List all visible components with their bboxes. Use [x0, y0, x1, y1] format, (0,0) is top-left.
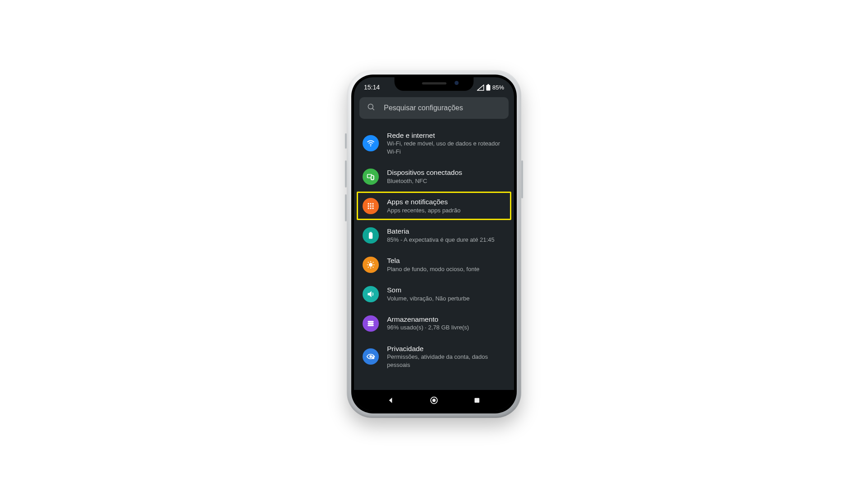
svg-point-10 [372, 203, 373, 204]
settings-item-sound[interactable]: Som Volume, vibração, Não perturbe [357, 280, 511, 308]
svg-line-3 [373, 108, 374, 110]
svg-point-13 [372, 205, 373, 206]
item-sub: 96% usado(s) · 2,78 GB livre(s) [387, 324, 469, 332]
settings-item-apps-notifications[interactable]: Apps e notificações Apps recentes, apps … [357, 192, 511, 220]
svg-point-9 [370, 203, 371, 204]
privacy-eye-lock-icon [363, 348, 379, 365]
settings-item-display[interactable]: Tela Plano de fundo, modo ocioso, fonte [357, 250, 511, 279]
svg-rect-20 [368, 321, 373, 322]
cellular-signal-icon [477, 84, 484, 91]
wifi-icon [363, 135, 379, 151]
android-nav-bar [354, 390, 514, 411]
svg-point-12 [370, 205, 371, 206]
nav-back-button[interactable] [386, 395, 396, 405]
svg-rect-0 [487, 84, 489, 85]
volume-up-button [345, 160, 347, 188]
svg-rect-22 [368, 324, 373, 326]
power-button [521, 160, 523, 198]
battery-icon [363, 227, 379, 244]
svg-point-19 [369, 263, 373, 266]
item-sub: Bluetooth, NFC [387, 177, 462, 185]
item-sub: Plano de fundo, modo ocioso, fonte [387, 265, 480, 273]
volume-down-button [345, 194, 347, 221]
item-title: Dispositivos conectados [387, 168, 462, 177]
item-sub: Volume, vibração, Não perturbe [387, 295, 470, 303]
brightness-icon [363, 257, 379, 273]
item-sub: Permissões, atividade da conta, dados pe… [387, 353, 504, 369]
storage-icon [363, 315, 379, 332]
item-title: Armazenamento [387, 315, 469, 324]
status-bar: 15:14 85% [354, 77, 514, 92]
item-title: Rede e internet [387, 131, 504, 140]
battery-icon [486, 84, 491, 91]
svg-rect-21 [368, 323, 373, 324]
item-title: Som [387, 286, 470, 294]
nav-home-button[interactable] [429, 395, 439, 405]
apps-grid-icon [363, 198, 379, 214]
svg-rect-6 [371, 175, 374, 179]
svg-point-14 [368, 207, 369, 209]
svg-point-15 [370, 207, 371, 209]
svg-rect-1 [486, 85, 490, 91]
search-placeholder: Pesquisar configurações [384, 104, 463, 112]
svg-point-23 [370, 356, 372, 357]
item-title: Bateria [387, 227, 495, 235]
screen: 15:14 85% [354, 77, 514, 411]
sound-icon [363, 286, 379, 302]
settings-list: Rede e internet Wi-Fi, rede móvel, uso d… [354, 122, 514, 375]
item-sub: Wi-Fi, rede móvel, uso de dados e rotead… [387, 140, 504, 155]
svg-point-16 [372, 207, 373, 209]
svg-rect-27 [475, 398, 480, 403]
status-right: 85% [477, 84, 504, 91]
item-title: Tela [387, 256, 480, 265]
settings-item-battery[interactable]: Bateria 85% - A expectativa é que dure a… [357, 221, 511, 249]
status-battery-pct: 85% [492, 84, 504, 91]
svg-rect-24 [372, 357, 374, 359]
devices-icon [363, 169, 379, 185]
settings-item-privacy[interactable]: Privacidade Permissões, atividade da con… [357, 338, 511, 375]
svg-rect-17 [370, 232, 372, 233]
phone-frame: 15:14 85% [347, 70, 521, 418]
svg-point-26 [432, 399, 435, 402]
settings-item-storage[interactable]: Armazenamento 96% usado(s) · 2,78 GB liv… [357, 309, 511, 338]
status-time: 15:14 [364, 84, 380, 91]
settings-item-connected-devices[interactable]: Dispositivos conectados Bluetooth, NFC [357, 162, 511, 191]
svg-point-2 [368, 104, 373, 109]
side-button [345, 133, 347, 149]
settings-item-network[interactable]: Rede e internet Wi-Fi, rede móvel, uso d… [357, 125, 511, 161]
item-sub: 85% - A expectativa é que dure até 21:45 [387, 236, 495, 244]
search-settings[interactable]: Pesquisar configurações [359, 97, 509, 119]
item-title: Apps e notificações [387, 197, 461, 206]
svg-point-8 [368, 203, 369, 204]
svg-point-11 [368, 205, 369, 206]
nav-recent-button[interactable] [472, 395, 482, 405]
item-sub: Apps recentes, apps padrão [387, 206, 461, 215]
svg-rect-18 [369, 233, 373, 239]
search-icon [367, 103, 376, 113]
item-title: Privacidade [387, 344, 504, 353]
svg-point-4 [370, 145, 371, 146]
